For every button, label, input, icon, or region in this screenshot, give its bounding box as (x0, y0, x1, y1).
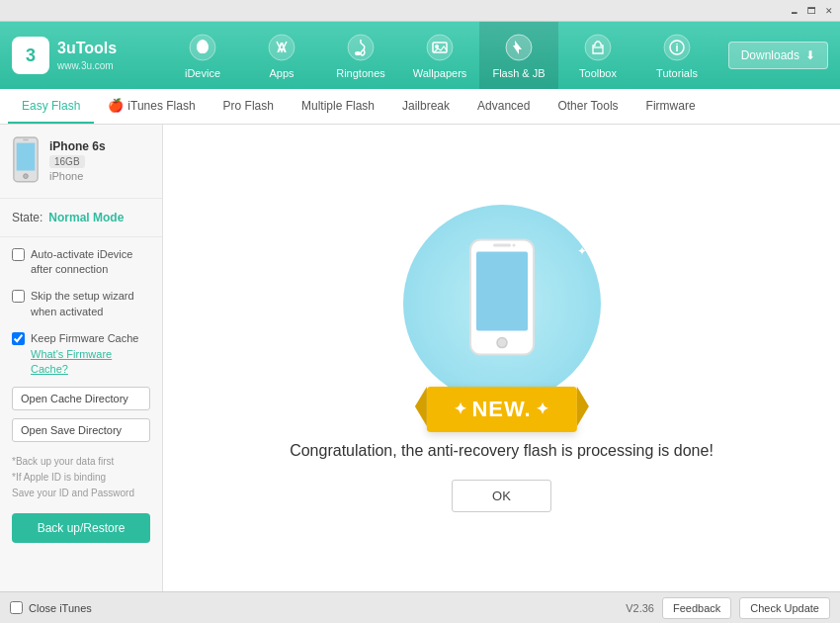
status-bar: Close iTunes V2.36 Feedback Check Update (0, 591, 840, 623)
minimize-btn[interactable]: 🗕 (787, 4, 800, 18)
close-itunes-label: Close iTunes (29, 602, 92, 614)
svg-point-4 (355, 51, 361, 55)
multiple-flash-label: Multiple Flash (301, 99, 375, 113)
tab-easy-flash[interactable]: Easy Flash (8, 89, 94, 124)
keep-firmware-label: Keep Firmware Cache What's Firmware Cach… (31, 331, 150, 377)
firmware-label: Firmware (646, 99, 696, 113)
sub-tabs: Easy Flash 🍎 iTunes Flash Pro Flash Mult… (0, 89, 840, 125)
nav-idevice[interactable]: iDevice (163, 22, 242, 89)
tutorials-icon: i (661, 32, 693, 63)
nav-apps[interactable]: A Apps (242, 22, 321, 89)
tab-pro-flash[interactable]: Pro Flash (210, 89, 288, 124)
ribbon-star-right: ✦ (536, 400, 549, 418)
open-cache-btn[interactable]: Open Cache Directory (12, 387, 150, 410)
logo-text: 3uTools www.3u.com (57, 39, 117, 72)
nav-ringtones[interactable]: Ringtones (321, 22, 400, 89)
itunes-icon: 🍎 (108, 98, 124, 113)
svg-rect-19 (476, 251, 528, 330)
tab-itunes-flash[interactable]: 🍎 iTunes Flash (94, 89, 209, 124)
logo-icon: 3 (12, 37, 49, 74)
note-2: *If Apple ID is binding (12, 470, 150, 486)
flash-jb-icon (503, 32, 535, 63)
svg-point-3 (348, 35, 374, 60)
apps-icon: A (266, 32, 297, 63)
sparkle-4: ✦ (577, 244, 587, 258)
nav-toolbox-label: Toolbox (579, 67, 617, 79)
sparkle-3: ✦ (421, 367, 429, 378)
title-bar: 🗕 🗖 ✕ (0, 0, 840, 22)
nav-items: iDevice A Apps Ringtones (163, 22, 728, 89)
check-update-button[interactable]: Check Update (739, 597, 830, 619)
itunes-flash-label: iTunes Flash (127, 99, 195, 113)
device-type: iPhone (49, 170, 106, 182)
wallpapers-icon (424, 32, 456, 63)
auto-activate-label: Auto-activate iDevice after connection (31, 247, 150, 278)
feedback-button[interactable]: Feedback (662, 597, 731, 619)
header: 3 3uTools www.3u.com iDevice A (0, 22, 840, 89)
brand-name: 3uTools (57, 39, 117, 59)
open-save-btn[interactable]: Open Save Directory (12, 418, 150, 442)
skip-wizard-label: Skip the setup wizard when activated (31, 289, 150, 319)
checkbox-skip-wizard: Skip the setup wizard when activated (0, 283, 162, 325)
auto-activate-checkbox[interactable] (12, 248, 25, 261)
status-right: V2.36 Feedback Check Update (626, 597, 830, 619)
phone-svg (466, 237, 538, 359)
divider-1 (0, 236, 162, 237)
firmware-cache-link[interactable]: What's Firmware Cache? (31, 348, 112, 375)
nav-wallpapers-label: Wallpapers (413, 67, 467, 79)
sidebar: iPhone 6s 16GB iPhone State: Normal Mode… (0, 125, 163, 591)
nav-wallpapers[interactable]: Wallpapers (400, 22, 479, 89)
sidebar-notes: *Back up your data first *If Apple ID is… (0, 446, 162, 509)
svg-point-5 (427, 35, 453, 60)
jailbreak-label: Jailbreak (402, 99, 450, 113)
window-controls: 🗕 🗖 ✕ (787, 4, 836, 18)
svg-point-7 (435, 44, 439, 48)
nav-apps-label: Apps (269, 67, 294, 79)
tab-other-tools[interactable]: Other Tools (544, 89, 631, 124)
logo-area: 3 3uTools www.3u.com (0, 37, 163, 74)
nav-toolbox[interactable]: Toolbox (558, 22, 637, 89)
note-3: Save your ID and Password (12, 486, 150, 501)
svg-rect-15 (17, 143, 36, 171)
close-itunes-checkbox[interactable] (10, 601, 23, 614)
main-layout: iPhone 6s 16GB iPhone State: Normal Mode… (0, 125, 840, 591)
svg-text:i: i (675, 42, 678, 53)
close-itunes-area: Close iTunes (10, 601, 92, 614)
pro-flash-label: Pro Flash (223, 99, 274, 113)
content-area: ✦ ✦ ✦ ✦ ✦ NEW. (163, 125, 840, 591)
maximize-btn[interactable]: 🗖 (804, 4, 818, 18)
downloads-label: Downloads (741, 48, 799, 62)
device-name: iPhone 6s (49, 139, 106, 153)
nav-flash-jb[interactable]: Flash & JB (479, 22, 558, 89)
backup-restore-btn[interactable]: Back up/Restore (12, 513, 150, 543)
version-text: V2.36 (626, 602, 654, 614)
new-label: NEW. (471, 397, 531, 422)
sparkle-2: ✦ (563, 213, 571, 223)
keep-firmware-checkbox[interactable] (12, 332, 25, 345)
download-arrow-icon: ⬇ (805, 48, 815, 62)
state-value: Normal Mode (48, 211, 124, 224)
svg-rect-17 (23, 139, 29, 140)
idevice-icon (187, 32, 218, 63)
ribbon-star-left: ✦ (454, 400, 467, 418)
svg-point-20 (497, 337, 507, 347)
state-row: State: Normal Mode (0, 199, 162, 232)
note-1: *Back up your data first (12, 454, 150, 470)
brand-url: www.3u.com (57, 59, 117, 72)
close-btn[interactable]: ✕ (822, 4, 836, 18)
ok-button[interactable]: OK (452, 480, 551, 512)
svg-point-16 (24, 174, 29, 179)
tab-multiple-flash[interactable]: Multiple Flash (288, 89, 388, 124)
downloads-button[interactable]: Downloads ⬇ (728, 42, 828, 69)
tab-firmware[interactable]: Firmware (632, 89, 710, 124)
nav-tutorials-label: Tutorials (656, 67, 698, 79)
nav-ringtones-label: Ringtones (336, 67, 385, 79)
skip-wizard-checkbox[interactable] (12, 290, 25, 303)
checkbox-auto-activate: Auto-activate iDevice after connection (0, 241, 162, 284)
advanced-label: Advanced (477, 99, 530, 113)
svg-point-22 (512, 243, 515, 246)
tab-jailbreak[interactable]: Jailbreak (388, 89, 463, 124)
device-card: iPhone 6s 16GB iPhone (0, 125, 162, 199)
tab-advanced[interactable]: Advanced (463, 89, 544, 124)
nav-tutorials[interactable]: i Tutorials (637, 22, 716, 89)
